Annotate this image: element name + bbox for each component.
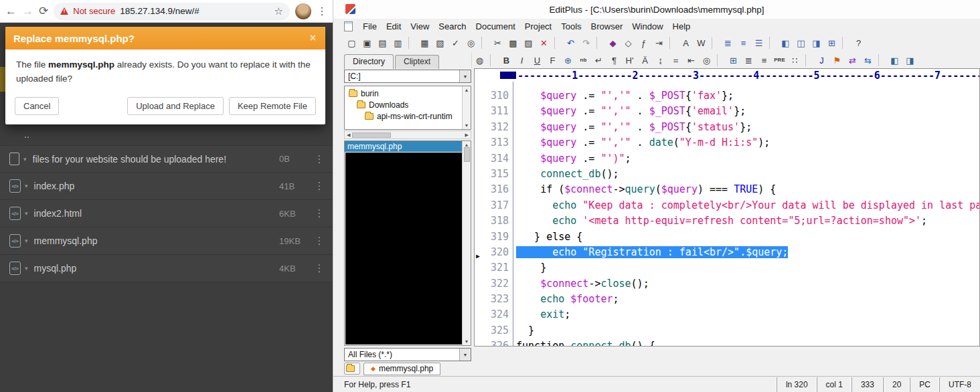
column-select-button[interactable]: ☰	[751, 35, 766, 50]
cut-button[interactable]: ✂	[490, 35, 505, 50]
scrollbar-thumb[interactable]	[352, 132, 391, 138]
profile-avatar[interactable]	[295, 3, 311, 19]
horizontal-rule-button[interactable]: =	[668, 53, 683, 68]
scroll-down-icon[interactable]: ▼	[465, 123, 469, 128]
spell-check-button[interactable]: ✓	[448, 35, 463, 50]
menu-project[interactable]: Project	[520, 20, 556, 33]
tree-vertical-scrollbar[interactable]: ▲▼	[462, 86, 471, 129]
browser-preview-button[interactable]: ⊕	[560, 53, 576, 68]
keep-remote-file-button[interactable]: Keep Remote File	[229, 97, 316, 115]
file-name[interactable]: index.php	[34, 181, 279, 191]
go-to-line-button[interactable]: ◇	[621, 35, 636, 50]
tree-item-api-ms-win-crt-runtim[interactable]: api-ms-win-crt-runtim	[346, 110, 461, 122]
insert-table-button[interactable]: ⊞	[726, 53, 741, 68]
window-cascade-button[interactable]: ◧	[778, 35, 793, 50]
find-text-button[interactable]: ◍	[472, 53, 487, 68]
menu-search[interactable]: Search	[434, 20, 471, 33]
find-in-files-button[interactable]: ◎	[463, 35, 479, 50]
code-lines[interactable]: $query .= "','" . $_POST{'fax'}; $query …	[513, 82, 979, 346]
file-name[interactable]: index2.html	[34, 208, 279, 219]
close-icon[interactable]: ×	[309, 32, 317, 44]
copy-button[interactable]: ▩	[505, 35, 521, 50]
split-vertical-button[interactable]: ◨	[902, 53, 918, 68]
target-button[interactable]: ◎	[699, 53, 714, 68]
document-menu-icon[interactable]	[344, 21, 353, 31]
file-row[interactable]: ▾index.php41B⋮	[0, 173, 333, 200]
file-row[interactable]: ▾files for your website should be upload…	[0, 145, 333, 173]
row-menu-icon[interactable]: ⋮	[311, 235, 327, 247]
file-filter-selector[interactable]: All Files (*.*) ▼	[344, 348, 471, 361]
compare-button[interactable]: ⇆	[860, 53, 876, 68]
menu-view[interactable]: View	[406, 20, 434, 33]
paragraph-button[interactable]: ¶	[606, 53, 622, 68]
row-menu-icon[interactable]: ⋮	[311, 180, 327, 192]
open-file-button[interactable]: ▣	[359, 35, 375, 50]
javascript-doc-button[interactable]: J	[814, 53, 829, 68]
url-text[interactable]: 185.27.134.9/new/#	[120, 6, 269, 16]
file-row[interactable]: ▾memmysql.php19KB⋮	[0, 227, 333, 255]
directory-toggle-button[interactable]	[344, 363, 360, 375]
tree-item-burin[interactable]: burin	[346, 88, 461, 99]
scroll-down-icon[interactable]: ▼	[465, 339, 469, 344]
preformatted-button[interactable]: PRE	[772, 53, 787, 68]
new-document-button[interactable]: ▢	[344, 35, 359, 50]
file-row[interactable]: ▾mysql.php4KB⋮	[0, 255, 333, 282]
scroll-up-icon[interactable]: ▲	[465, 88, 469, 92]
file-name[interactable]: mysql.php	[34, 263, 279, 274]
delete-button[interactable]: ✕	[536, 35, 552, 50]
selected-file-item[interactable]: memmysql.php	[345, 141, 462, 152]
font-button[interactable]: A	[678, 35, 693, 50]
scroll-up-icon[interactable]: ▲	[465, 142, 469, 147]
code-area[interactable]: 310311312313314315316317318319320▶321322…	[475, 82, 979, 346]
show-whitespace-button[interactable]: ≣	[720, 35, 736, 50]
window-tile-vertical-button[interactable]: ◨	[809, 35, 824, 50]
not-secure-warning-icon[interactable]	[60, 7, 68, 15]
underline-button[interactable]: U	[529, 53, 545, 68]
italic-button[interactable]: I	[514, 53, 529, 68]
filter-dropdown-icon[interactable]: ▼	[459, 349, 471, 361]
line-break-button[interactable]: ↵	[591, 53, 606, 68]
row-menu-icon[interactable]: ⋮	[311, 153, 327, 165]
expand-caret-icon[interactable]: ▾	[25, 265, 28, 272]
font-color-button[interactable]: F	[545, 53, 560, 68]
redo-button[interactable]: ↷	[578, 35, 594, 50]
code-editor[interactable]: ---------1---------2---------3---------4…	[474, 68, 980, 347]
scroll-right-icon[interactable]: ▶	[465, 132, 469, 138]
menu-edit[interactable]: Edit	[382, 20, 406, 33]
split-horizontal-button[interactable]: ◧	[887, 53, 902, 68]
print-preview-button[interactable]: ▧	[432, 35, 448, 50]
bookmark-star-icon[interactable]: ☆	[274, 5, 283, 17]
heading-button[interactable]: H'	[622, 53, 637, 68]
bold-button[interactable]: B	[499, 53, 514, 68]
publish-button[interactable]: ⚑	[829, 53, 845, 68]
tab-marker-button[interactable]: ⇤	[683, 53, 699, 68]
non-breaking-space-button[interactable]: nb	[576, 53, 591, 68]
back-icon[interactable]: ←	[5, 5, 17, 17]
scroll-left-icon[interactable]: ◀	[347, 132, 350, 138]
window-tile-horizontal-button[interactable]: ◫	[793, 35, 809, 50]
file-row[interactable]: ▾index2.html6KB⋮	[0, 200, 333, 227]
refresh-icon[interactable]: ⟳	[39, 5, 48, 17]
tab-directory[interactable]: Directory	[344, 54, 394, 69]
menu-tools[interactable]: Tools	[556, 20, 586, 33]
word-wrap-button[interactable]: W	[693, 35, 709, 50]
align-center-button[interactable]: ≡	[756, 53, 772, 68]
toggle-bookmark-button[interactable]: ◆	[605, 35, 621, 50]
document-tab[interactable]: ◆ memmysql.php	[363, 363, 440, 375]
drive-dropdown-icon[interactable]: ▼	[459, 70, 471, 82]
sync-button[interactable]: ⇄	[845, 53, 860, 68]
window-split-button[interactable]: ⊞	[824, 35, 839, 50]
menu-file[interactable]: File	[358, 20, 382, 33]
bullet-list-button[interactable]: ∷	[787, 53, 803, 68]
anchor-button[interactable]: ↨	[653, 53, 668, 68]
not-secure-label[interactable]: Not secure	[73, 6, 115, 16]
address-bar[interactable]: Not secure 185.27.134.9/new/# ☆	[54, 3, 290, 20]
paste-button[interactable]: ▨	[521, 35, 536, 50]
context-help-button[interactable]: ?	[851, 35, 866, 50]
menu-browser[interactable]: Browser	[586, 20, 628, 33]
file-name[interactable]: memmysql.php	[34, 235, 279, 246]
drive-selector[interactable]: [C:] ▼	[344, 70, 471, 83]
line-numbers-button[interactable]: ≡	[736, 35, 751, 50]
expand-caret-icon[interactable]: ▾	[23, 156, 27, 163]
align-justify-button[interactable]: ≣	[741, 53, 756, 68]
